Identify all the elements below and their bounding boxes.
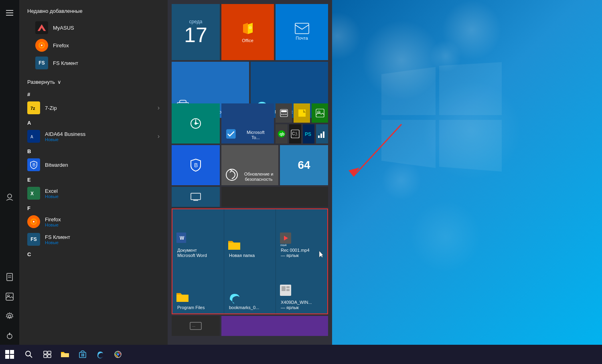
svg-point-31 bbox=[33, 221, 34, 222]
chrome-taskbar-button[interactable] bbox=[109, 345, 127, 364]
app-7zip[interactable]: 7z 7-Zip › bbox=[19, 99, 168, 117]
section-c: C bbox=[19, 248, 168, 259]
tile-terminal[interactable]: C:\_ bbox=[289, 124, 301, 144]
left-panel: Недавно добавленные MyASUS Firefox FS FS… bbox=[19, 0, 168, 345]
app-fsclient-recent[interactable]: FS FS Клиент bbox=[27, 54, 160, 72]
svg-line-84 bbox=[30, 355, 32, 358]
svg-marker-0 bbox=[381, 67, 436, 115]
tile-ms-todo[interactable]: Microsoft To... bbox=[221, 103, 274, 144]
folder-icon bbox=[227, 239, 241, 251]
file-explorer-button[interactable] bbox=[56, 345, 74, 364]
app-excel[interactable]: X Excel Новые bbox=[19, 184, 168, 202]
svg-rect-13 bbox=[6, 293, 13, 300]
tile-calendar[interactable]: среда 17 bbox=[172, 4, 220, 60]
nav-documents[interactable] bbox=[1, 268, 18, 286]
app-firefox-recent[interactable]: Firefox bbox=[27, 36, 160, 54]
app-fsclient-f-new: Новые bbox=[45, 240, 70, 245]
calculator-icon bbox=[280, 109, 288, 117]
app-fsclient-f[interactable]: FS FS Клиент Новые bbox=[19, 231, 168, 248]
expand-button[interactable]: Развернуть ∨ bbox=[19, 76, 168, 88]
nav-photos[interactable] bbox=[1, 288, 18, 305]
tile-calculator[interactable] bbox=[276, 103, 292, 123]
tile-64[interactable]: 64 bbox=[280, 145, 328, 185]
tile-x409da[interactable]: X409DA_WIN...— ярлык bbox=[276, 261, 327, 313]
app-myasus-name: MyASUS bbox=[53, 25, 74, 31]
section-b: B bbox=[19, 145, 168, 156]
section-f: F bbox=[19, 202, 168, 213]
cursor-indicator bbox=[318, 250, 324, 258]
svg-rect-68 bbox=[191, 193, 201, 200]
tile-small1[interactable] bbox=[172, 187, 220, 207]
ms-todo-icon bbox=[225, 127, 237, 140]
tile-mail[interactable]: Почта bbox=[276, 4, 328, 60]
tile-chart[interactable] bbox=[316, 124, 328, 144]
tile-64-label: 64 bbox=[298, 159, 310, 172]
tile-prog-files[interactable]: Program Files bbox=[172, 261, 224, 313]
app-bitwarden[interactable]: B Bitwarden bbox=[19, 156, 168, 174]
svg-rect-91 bbox=[81, 354, 83, 355]
nav-settings[interactable] bbox=[1, 307, 18, 325]
app-fsclient-f-name: FS Клиент bbox=[45, 234, 70, 240]
app-bitwarden-name: Bitwarden bbox=[45, 162, 68, 168]
app-7zip-arrow: › bbox=[158, 104, 160, 111]
start-button[interactable] bbox=[0, 345, 19, 364]
svg-marker-1 bbox=[439, 62, 502, 115]
app-aida64[interactable]: A AIDA64 Business Новые › bbox=[19, 127, 168, 145]
file-explorer-icon bbox=[61, 351, 69, 358]
setup-icon bbox=[279, 284, 292, 298]
word-icon: W bbox=[176, 232, 189, 246]
task-view-button[interactable] bbox=[39, 345, 56, 364]
app-fsclient-recent-name: FS Клиент bbox=[53, 60, 78, 66]
svg-rect-86 bbox=[48, 351, 51, 354]
prog-files-label: Program Files bbox=[176, 303, 206, 310]
tile-bitwarden2[interactable]: B bbox=[172, 145, 220, 185]
app-excel-new: Новые bbox=[45, 194, 59, 199]
qb-icon: qb bbox=[277, 129, 286, 138]
app-list-scroll[interactable]: # 7z 7-Zip › A A AIDA64 Business Новые › bbox=[19, 88, 168, 345]
edge2-icon bbox=[227, 291, 242, 303]
recently-added-title: Недавно добавленные bbox=[27, 8, 160, 14]
right-panel: среда 17 Office Почта bbox=[168, 0, 332, 345]
tile-powershell[interactable]: PS bbox=[303, 124, 315, 144]
tile-word-doc[interactable]: W ДокументMicrosoft Word bbox=[172, 209, 224, 261]
section-e: E bbox=[19, 174, 168, 184]
svg-text:B: B bbox=[32, 162, 35, 167]
svg-rect-78 bbox=[282, 286, 286, 291]
tile-bottom2[interactable] bbox=[221, 316, 328, 336]
pinned-section: W ДокументMicrosoft Word Новая папка mp4… bbox=[172, 208, 328, 314]
app-aida64-arrow: › bbox=[158, 133, 160, 140]
svg-rect-49 bbox=[281, 110, 287, 112]
svg-rect-8 bbox=[6, 15, 13, 16]
edge-taskbar-button[interactable] bbox=[91, 345, 109, 364]
tile-bookmarks[interactable]: bookmarks_0... bbox=[224, 261, 276, 313]
tile-new-folder[interactable]: Новая папка bbox=[224, 209, 276, 261]
tile-bottom1[interactable]: — bbox=[172, 316, 220, 336]
tile-photos[interactable] bbox=[312, 103, 328, 123]
app-firefox-f[interactable]: Firefox Новые bbox=[19, 213, 168, 231]
start-menu: Недавно добавленные MyASUS Firefox FS FS… bbox=[19, 0, 332, 345]
svg-rect-80 bbox=[286, 289, 290, 291]
tile-office[interactable]: Office bbox=[221, 4, 274, 60]
svg-rect-53 bbox=[298, 109, 306, 117]
tile-rec-video[interactable]: mp4 Rec 0001.mp4— ярлык bbox=[276, 209, 327, 261]
nav-user[interactable] bbox=[1, 188, 18, 206]
sticky-icon bbox=[298, 109, 306, 117]
app-myasus[interactable]: MyASUS bbox=[27, 19, 160, 36]
tile-sticky-notes[interactable] bbox=[294, 103, 310, 123]
tile-qb[interactable]: qb bbox=[276, 124, 288, 144]
search-button[interactable] bbox=[19, 345, 39, 364]
left-nav bbox=[0, 0, 19, 345]
edge-taskbar-icon bbox=[96, 350, 104, 358]
nav-power[interactable] bbox=[1, 327, 18, 345]
svg-point-33 bbox=[249, 26, 252, 29]
mail-icon bbox=[295, 23, 309, 34]
tile-update[interactable]: Обновление и безопасность bbox=[221, 145, 278, 185]
expand-label: Развернуть bbox=[27, 79, 55, 85]
tile-clockify[interactable] bbox=[172, 103, 220, 144]
section-hash: # bbox=[19, 88, 168, 99]
tile-small2[interactable] bbox=[221, 187, 328, 207]
nav-hamburger[interactable] bbox=[1, 4, 18, 22]
powershell-icon: PS bbox=[304, 129, 313, 138]
store-taskbar-button[interactable] bbox=[74, 345, 91, 364]
svg-rect-85 bbox=[44, 351, 47, 354]
